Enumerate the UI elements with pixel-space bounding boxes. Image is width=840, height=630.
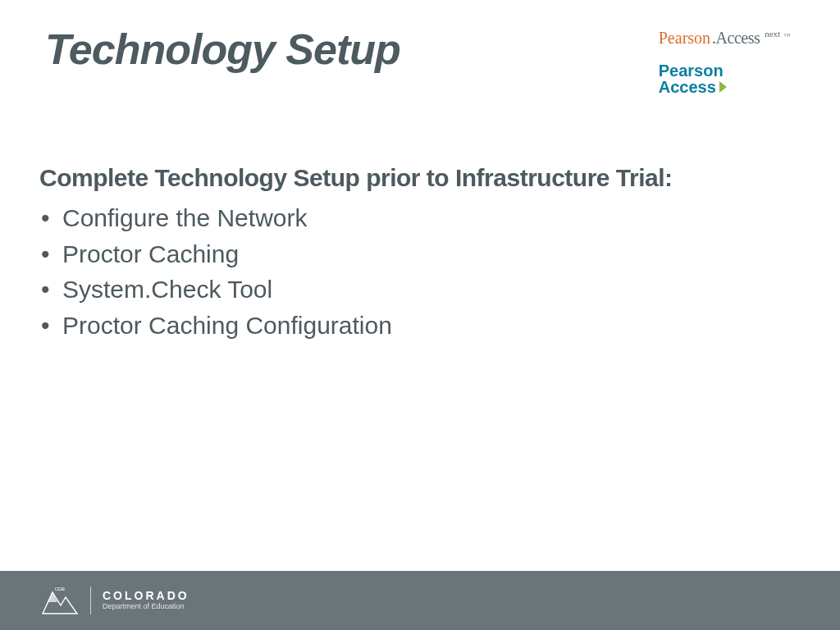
logo-text-pearson: Pearson <box>659 29 710 48</box>
pearson-access-logo: Pearson Access <box>659 62 727 95</box>
cde-badge-icon: CDE <box>41 584 79 617</box>
list-item: Proctor Caching <box>39 236 807 272</box>
svg-marker-0 <box>43 592 77 614</box>
list-item: Proctor Caching Configuration <box>39 308 807 344</box>
footer-text: COLORADO Department of Education <box>103 590 189 611</box>
logo-text-access: .Access <box>712 29 760 48</box>
logo-row-2: Access <box>659 79 727 95</box>
footer-dept: Department of Education <box>103 603 189 611</box>
page-title: Technology Setup <box>45 25 400 74</box>
chevron-right-icon <box>719 81 727 93</box>
slide: Technology Setup Pearson .Access next ™ … <box>0 0 840 630</box>
logo-text-pearson-2: Pearson <box>659 62 727 79</box>
logo-text-access-2: Access <box>659 79 716 95</box>
pearson-access-next-logo: Pearson .Access next ™ <box>659 29 791 48</box>
footer-bar: CDE COLORADO Department of Education <box>0 571 840 630</box>
badge-label: CDE <box>55 587 66 591</box>
content-subtitle: Complete Technology Setup prior to Infra… <box>39 164 807 192</box>
footer-divider <box>90 587 91 614</box>
content-block: Complete Technology Setup prior to Infra… <box>39 164 807 343</box>
logo-trademark: ™ <box>783 32 791 40</box>
list-item: Configure the Network <box>39 200 807 236</box>
bullet-list: Configure the Network Proctor Caching Sy… <box>39 200 807 343</box>
logo-text-next: next <box>765 29 780 39</box>
footer-colorado: COLORADO <box>103 590 189 602</box>
top-logos: Pearson .Access next ™ Pearson Access <box>659 29 791 95</box>
list-item: System.Check Tool <box>39 272 807 308</box>
